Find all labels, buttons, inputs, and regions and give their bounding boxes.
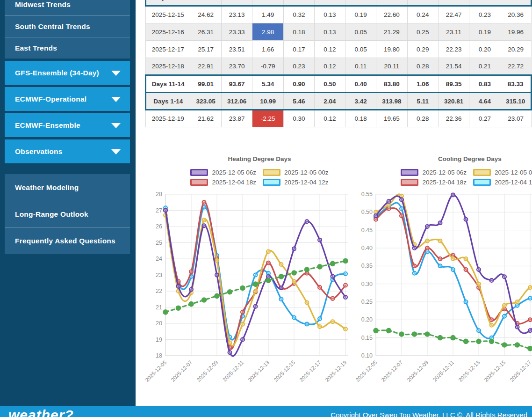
cell: 20.11	[376, 58, 407, 75]
svg-text:26: 26	[156, 223, 162, 230]
data-point	[425, 239, 429, 243]
sidebar-item-ecmwf-operational[interactable]: ECMWF-Operational	[5, 87, 130, 111]
sidebar-item-label: ECMWF-Operational	[15, 95, 86, 103]
legend-item-2025-12-04-12z[interactable]: 2025-12-04 12z	[263, 179, 329, 186]
svg-text:25: 25	[156, 240, 162, 246]
sidebar-item-south-central-trends[interactable]: South Central Trends	[5, 15, 130, 37]
legend-item-2025-12-05-00z[interactable]: 2025-12-05 00z	[473, 169, 532, 176]
svg-text:27: 27	[156, 207, 162, 214]
cell: 10.99	[252, 93, 283, 110]
legend-swatch	[190, 179, 208, 186]
sidebar-item-observations[interactable]: Observations	[5, 139, 130, 163]
cell: 2.98	[252, 23, 283, 41]
data-point	[241, 338, 244, 342]
data-point	[202, 298, 207, 302]
svg-text:2025-12-07: 2025-12-07	[380, 359, 403, 383]
chevron-down-icon	[111, 97, 121, 102]
cell: 5.34	[252, 75, 283, 93]
svg-text:20: 20	[156, 320, 162, 327]
cell: 0.12	[314, 41, 345, 58]
row-label: Days 1-10	[146, 0, 190, 6]
data-point	[400, 214, 403, 218]
legend-item-2025-12-04-12z[interactable]: 2025-12-04 12z	[473, 179, 532, 186]
data-point	[489, 339, 494, 344]
data-point	[280, 286, 283, 290]
sidebar-item-weather-modeling[interactable]: Weather Modeling	[5, 174, 130, 201]
svg-text:2025-12-09: 2025-12-09	[195, 359, 219, 383]
footer-logo[interactable]: weather?	[8, 408, 74, 417]
data-point	[413, 271, 417, 275]
legend-item-2025-12-05-06z[interactable]: 2025-12-05 06z	[401, 169, 467, 176]
svg-text:0.25: 0.25	[361, 299, 373, 305]
data-point	[215, 258, 219, 262]
data-point	[318, 285, 322, 289]
data-point	[476, 339, 481, 344]
cell: 0.32	[283, 6, 314, 23]
legend-item-2025-12-05-06z[interactable]: 2025-12-05 06z	[190, 169, 256, 176]
data-point	[240, 286, 245, 291]
sidebar-item-label: Midwest Trends	[15, 0, 71, 9]
data-point	[202, 218, 206, 222]
data-point	[318, 238, 322, 242]
cell: 26.31	[190, 23, 221, 41]
row-label: Days 11-14	[146, 75, 190, 93]
legend-label: 2025-12-05 00z	[495, 169, 532, 176]
cell: 0.13	[314, 23, 345, 41]
cell: 19.80	[376, 41, 407, 58]
data-point	[254, 289, 258, 293]
data-point	[344, 272, 347, 276]
data-point	[176, 306, 181, 310]
svg-text:2025-12-13: 2025-12-13	[457, 359, 481, 383]
svg-text:2025-12-15: 2025-12-15	[273, 359, 296, 383]
chart-title: Heating Degree Days	[164, 155, 355, 162]
legend-label: 2025-12-05 06z	[212, 169, 256, 176]
sidebar-trends-group: Midwest TrendsSouth Central TrendsEast T…	[5, 0, 130, 59]
sidebar-item-frequently-asked-questions[interactable]: Frequently Asked Questions	[5, 227, 130, 254]
table-row-2025-12-17: 2025-12-1725.1723.511.660.170.120.0519.8…	[146, 41, 532, 58]
data-point	[318, 317, 322, 321]
sidebar-item-long-range-outlook[interactable]: Long-Range Outlook	[5, 201, 130, 227]
data-point	[344, 284, 347, 287]
cell: 1.54	[314, 0, 345, 6]
data-point	[305, 219, 309, 223]
data-point	[528, 346, 532, 351]
legend-swatch	[263, 179, 280, 186]
chart-title: Cooling Degree Days	[374, 155, 532, 162]
sidebar-item-east-trends[interactable]: East Trends	[5, 37, 130, 59]
data-point	[228, 351, 232, 354]
cell: 0.05	[345, 23, 376, 41]
cell: 22.47	[438, 6, 469, 23]
svg-text:28: 28	[156, 191, 162, 198]
cell: 24.62	[190, 6, 221, 23]
data-point	[451, 268, 455, 271]
sidebar-item-midwest-trends[interactable]: Midwest Trends	[5, 0, 130, 15]
cell: 0.21	[469, 58, 500, 75]
cell: 21.29	[376, 23, 407, 41]
data-point	[438, 336, 443, 340]
data-point	[305, 267, 309, 272]
svg-text:0.15: 0.15	[361, 335, 373, 341]
data-point	[490, 323, 494, 327]
svg-text:19: 19	[156, 337, 162, 343]
sidebar-item-ecmwf-ensemble[interactable]: ECMWF-Ensemble	[5, 113, 130, 137]
svg-text:2025-12-05: 2025-12-05	[145, 359, 167, 383]
legend-item-2025-12-04-18z[interactable]: 2025-12-04 18z	[401, 179, 467, 186]
legend-swatch	[190, 169, 208, 176]
cell: 0.83	[469, 75, 500, 93]
chart-legend: 2025-12-05 06z2025-12-05 00z2025-12-04 1…	[374, 169, 532, 186]
legend-item-2025-12-05-00z[interactable]: 2025-12-05 00z	[263, 169, 329, 176]
cell: 23.51	[221, 41, 252, 58]
cell: 19.65	[376, 110, 407, 127]
chart-plot-heating-degree-days[interactable]: 18192021222324252627282025-12-052025-12-…	[145, 190, 355, 388]
data-point	[528, 329, 532, 332]
data-point	[477, 282, 481, 286]
legend-item-2025-12-04-18z[interactable]: 2025-12-04 18z	[190, 179, 256, 186]
data-point	[343, 259, 348, 263]
data-point	[412, 332, 417, 337]
data-point	[439, 257, 442, 261]
data-point	[292, 279, 296, 283]
cell: 20.36	[500, 6, 532, 23]
sidebar-item-gfs-ensemble-34-day[interactable]: GFS-Ensemble (34-Day)	[5, 61, 130, 85]
data-point	[477, 268, 481, 271]
chart-plot-cooling-degree-days[interactable]: 0.100.150.200.250.300.350.400.450.500.55…	[355, 190, 532, 388]
